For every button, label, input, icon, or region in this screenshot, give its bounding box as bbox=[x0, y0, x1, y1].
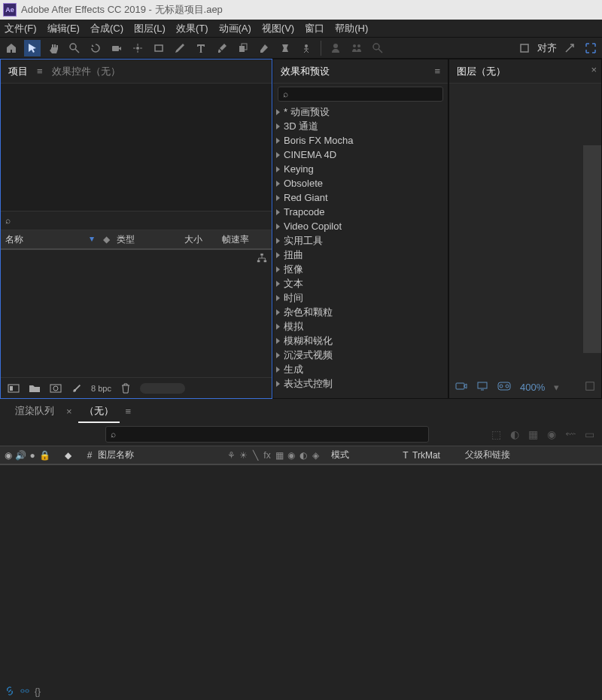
tab-effects-presets[interactable]: 效果和预设 bbox=[281, 65, 330, 78]
frameblend-switch-icon[interactable]: ▦ bbox=[274, 450, 284, 461]
menu-layer[interactable]: 图层(L) bbox=[134, 22, 166, 35]
effect-category[interactable]: 沉浸式视频 bbox=[273, 348, 448, 362]
tab-none[interactable]: （无） bbox=[78, 404, 120, 418]
project-search-input[interactable] bbox=[14, 215, 267, 227]
clone-tool[interactable] bbox=[235, 40, 251, 56]
home-tool[interactable] bbox=[3, 40, 20, 56]
quality-switch-icon[interactable]: ╲ bbox=[250, 450, 260, 461]
pen-tool[interactable] bbox=[172, 40, 188, 56]
tab-render-queue[interactable]: 渲染队列 bbox=[9, 404, 60, 418]
hand-tool[interactable] bbox=[45, 40, 62, 56]
brush-tool[interactable] bbox=[214, 40, 230, 56]
lock-toggle-icon[interactable]: 🔒 bbox=[39, 450, 50, 461]
folder-icon[interactable] bbox=[28, 382, 41, 394]
menu-window[interactable]: 窗口 bbox=[305, 22, 324, 35]
interpret-icon[interactable] bbox=[7, 382, 20, 394]
tab-effect-controls[interactable]: 效果控件（无） bbox=[52, 65, 120, 78]
close-icon[interactable]: × bbox=[591, 64, 597, 75]
new-comp-icon[interactable] bbox=[49, 382, 62, 394]
tab-layer[interactable]: 图层（无） bbox=[457, 65, 506, 78]
link2-icon[interactable] bbox=[20, 686, 30, 698]
effect-category[interactable]: 文本 bbox=[273, 276, 448, 291]
bpc-label[interactable]: 8 bpc bbox=[91, 384, 111, 393]
3d-switch-icon[interactable]: ◈ bbox=[310, 450, 321, 461]
effect-category[interactable]: Video Copilot bbox=[273, 219, 448, 233]
tab-close-icon[interactable]: × bbox=[66, 406, 72, 417]
tab-project[interactable]: 项目 bbox=[8, 65, 28, 78]
menu-composition[interactable]: 合成(C) bbox=[90, 22, 123, 35]
layer-viewer[interactable]: 400% ▾ bbox=[449, 84, 601, 398]
col-size[interactable]: 大小 bbox=[180, 233, 217, 246]
effect-category[interactable]: 杂色和颗粒 bbox=[273, 305, 448, 319]
comp-mini-icon[interactable]: ⬚ bbox=[491, 428, 501, 440]
draft3d-icon[interactable]: ▭ bbox=[585, 428, 594, 440]
effect-category[interactable]: * 动画预设 bbox=[273, 105, 448, 119]
effect-category[interactable]: Obsolete bbox=[273, 176, 448, 190]
effect-category[interactable]: Boris FX Mocha bbox=[273, 133, 448, 148]
person-icon[interactable] bbox=[327, 40, 344, 56]
project-tree[interactable] bbox=[1, 250, 272, 377]
orbit-tool[interactable] bbox=[87, 40, 104, 56]
menu-effect[interactable]: 效果(T) bbox=[176, 22, 208, 35]
effect-category[interactable]: Keying bbox=[273, 162, 448, 176]
effect-category[interactable]: 时间 bbox=[273, 291, 448, 305]
text-tool[interactable] bbox=[193, 40, 209, 56]
collapse-switch-icon[interactable]: ☀ bbox=[238, 450, 248, 461]
people-icon[interactable] bbox=[348, 40, 365, 56]
effect-category[interactable]: 模拟 bbox=[273, 319, 448, 333]
trkmat-header[interactable]: TrkMat bbox=[412, 450, 465, 461]
layer-name-header[interactable]: 图层名称 bbox=[98, 449, 226, 461]
effect-category[interactable]: 抠像 bbox=[273, 262, 448, 276]
solo-toggle-icon[interactable]: ● bbox=[27, 450, 38, 461]
effect-category[interactable]: 生成 bbox=[273, 362, 448, 376]
zoom-tool[interactable] bbox=[66, 40, 83, 56]
rectangle-tool[interactable] bbox=[150, 40, 167, 56]
col-type[interactable]: 类型 bbox=[112, 233, 180, 246]
search-toolbar-icon[interactable] bbox=[369, 40, 386, 56]
effect-category[interactable]: Red Giant bbox=[273, 190, 448, 205]
video-toggle-icon[interactable]: ◉ bbox=[3, 450, 14, 461]
frame-blend-icon[interactable]: ▦ bbox=[528, 428, 538, 440]
effect-category[interactable]: 3D 通道 bbox=[273, 119, 448, 133]
braces-icon[interactable]: {} bbox=[35, 686, 41, 697]
selection-tool[interactable] bbox=[24, 40, 41, 56]
monitor-icon[interactable] bbox=[476, 381, 488, 394]
fx-switch-icon[interactable]: fx bbox=[262, 450, 272, 461]
graph-icon[interactable]: ⬳ bbox=[565, 428, 576, 440]
camera-icon[interactable] bbox=[455, 381, 467, 394]
zoom-level[interactable]: 400% bbox=[520, 382, 545, 393]
effect-category[interactable]: 表达式控制 bbox=[273, 376, 448, 391]
audio-toggle-icon[interactable]: 🔊 bbox=[15, 450, 26, 461]
menu-help[interactable]: 帮助(H) bbox=[335, 22, 368, 35]
hash-header[interactable]: # bbox=[81, 450, 98, 461]
timeline-search-input[interactable]: ⌕ bbox=[105, 426, 429, 443]
snap-to-icon[interactable] bbox=[561, 40, 578, 56]
camera-tool[interactable] bbox=[108, 40, 125, 56]
shy-switch-icon[interactable]: ⚘ bbox=[226, 450, 236, 461]
adjust-icon[interactable] bbox=[70, 382, 84, 394]
vr-icon[interactable] bbox=[497, 382, 511, 393]
timeline-tab-menu[interactable]: ≡ bbox=[126, 406, 132, 417]
timeline-body[interactable] bbox=[0, 465, 602, 683]
effect-category[interactable]: 模糊和锐化 bbox=[273, 333, 448, 348]
eraser-tool[interactable] bbox=[256, 40, 272, 56]
effect-category[interactable]: CINEMA 4D bbox=[273, 148, 448, 162]
menu-animation[interactable]: 动画(A) bbox=[219, 22, 251, 35]
shy-icon[interactable]: ◐ bbox=[510, 428, 519, 440]
link-icon[interactable] bbox=[5, 686, 15, 698]
col-fps[interactable]: 帧速率 bbox=[217, 233, 263, 246]
motionblur-switch-icon[interactable]: ◉ bbox=[286, 450, 296, 461]
expand-icon[interactable] bbox=[582, 40, 599, 56]
menu-edit[interactable]: 编辑(E) bbox=[47, 22, 80, 35]
mode-header[interactable]: 模式 bbox=[331, 449, 399, 461]
effects-panel-menu[interactable]: ≡ bbox=[434, 65, 440, 77]
pan-behind-tool[interactable] bbox=[129, 40, 146, 56]
col-name[interactable]: 名称 ▾ bbox=[1, 233, 99, 246]
parent-header[interactable]: 父级和链接 bbox=[465, 449, 602, 461]
effect-category[interactable]: Trapcode bbox=[273, 205, 448, 219]
flowchart-icon[interactable] bbox=[257, 253, 267, 266]
motion-blur-icon[interactable]: ◉ bbox=[547, 428, 556, 440]
menu-file[interactable]: 文件(F) bbox=[5, 22, 37, 35]
menu-view[interactable]: 视图(V) bbox=[262, 22, 294, 35]
roto-tool[interactable] bbox=[277, 40, 293, 56]
